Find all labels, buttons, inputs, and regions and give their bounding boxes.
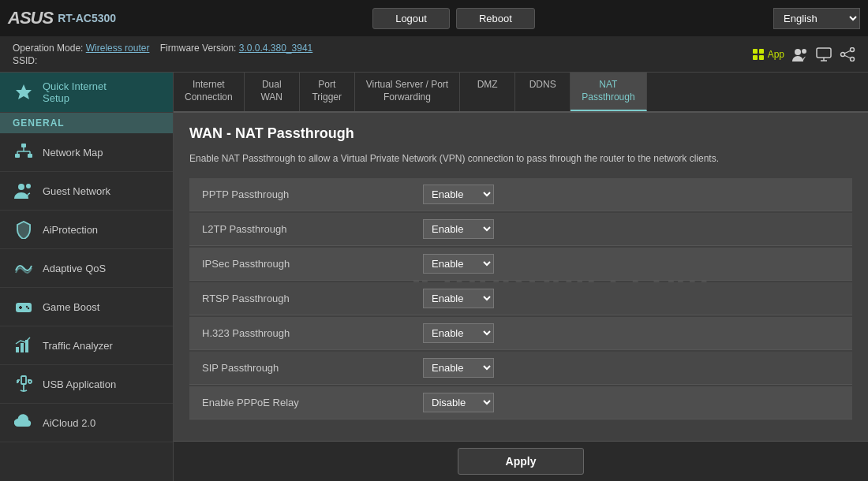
sidebar-label-network-map: Network Map: [43, 147, 103, 158]
sidebar-section-general: General: [0, 113, 173, 133]
sidebar-item-aiprotection[interactable]: AiProtection: [0, 211, 173, 249]
h323-label: H.323 Passthrough: [202, 327, 423, 339]
svg-point-9: [841, 52, 845, 56]
svg-point-11: [851, 57, 855, 61]
svg-rect-0: [753, 49, 758, 54]
sidebar-item-usb-application[interactable]: USB Application: [0, 365, 173, 404]
tab-virtual-server[interactable]: Virtual Server / PortForwarding: [355, 73, 460, 111]
ipsec-control: Enable Disable: [423, 254, 494, 274]
tab-port-trigger[interactable]: PortTrigger: [300, 73, 355, 111]
ipsec-select[interactable]: Enable Disable: [423, 254, 494, 274]
sip-control: Enable Disable: [423, 358, 494, 378]
monitor-icon: [816, 47, 832, 62]
rtsp-label: RTSP Passthrough: [202, 293, 423, 304]
svg-rect-6: [817, 48, 831, 58]
svg-line-13: [844, 55, 851, 58]
pptp-select[interactable]: Enable Disable: [423, 185, 494, 204]
rtsp-select[interactable]: Enable Disable: [423, 289, 494, 308]
sidebar-item-quick-internet-setup[interactable]: Quick InternetSetup: [0, 73, 173, 113]
l2tp-select[interactable]: Enable Disable: [423, 219, 494, 239]
tab-dual-wan[interactable]: DualWAN: [245, 73, 300, 111]
pppoe-relay-select[interactable]: Disable Enable: [423, 393, 494, 412]
sidebar-label-game-boost: Game Boost: [43, 301, 99, 313]
form-row-pppoe-relay: Enable PPPoE Relay Disable Enable: [189, 386, 852, 419]
svg-marker-14: [16, 84, 32, 99]
sidebar-label-aicloud: AiCloud 2.0: [43, 417, 95, 429]
form-rows: PPTP Passthrough Enable Disable L2TP Pas…: [189, 178, 852, 419]
network-map-icon: [13, 141, 35, 163]
svg-point-5: [802, 49, 806, 54]
sidebar-label-adaptive-qos: Adaptive QoS: [43, 263, 106, 274]
svg-point-28: [28, 308, 29, 309]
svg-rect-15: [21, 144, 26, 147]
ipsec-label: IPSec Passthrough: [202, 258, 423, 270]
form-row-ipsec: IPSec Passthrough Enable Disable: [189, 248, 852, 281]
info-bar-left: Operation Mode: Wireless router Firmware…: [13, 43, 312, 66]
operation-mode-link[interactable]: Wireless router: [86, 43, 150, 54]
pptp-control: Enable Disable: [423, 185, 494, 204]
ssid-info: SSID:: [13, 55, 312, 66]
tab-internet-connection[interactable]: InternetConnection: [174, 73, 245, 111]
svg-point-23: [26, 184, 31, 188]
sidebar-item-network-map[interactable]: Network Map: [0, 133, 173, 172]
main-layout: Quick InternetSetup General Network Map: [0, 73, 868, 481]
language-select[interactable]: English: [773, 8, 860, 29]
page-content: SetupRouter.com WAN - NAT Passthrough En…: [174, 113, 868, 441]
tab-nat-passthrough[interactable]: NATPassthrough: [571, 73, 646, 111]
share-icon: [840, 47, 855, 62]
l2tp-label: L2TP Passthrough: [202, 223, 423, 235]
svg-rect-30: [21, 343, 24, 352]
page-title: WAN - NAT Passthrough: [189, 125, 852, 142]
pppoe-relay-label: Enable PPPoE Relay: [202, 397, 423, 408]
info-bar-icons: App: [752, 47, 855, 62]
h323-control: Enable Disable: [423, 323, 494, 343]
header-buttons: Logout Reboot: [134, 8, 773, 29]
header-right: English: [773, 8, 860, 29]
app-icon: App: [752, 48, 784, 61]
svg-rect-29: [16, 347, 19, 352]
traffic-analyzer-icon: [13, 334, 35, 356]
reboot-button[interactable]: Reboot: [456, 8, 535, 29]
sidebar-item-aicloud[interactable]: AiCloud 2.0: [0, 404, 173, 442]
svg-rect-3: [759, 55, 764, 60]
logout-button[interactable]: Logout: [372, 8, 450, 29]
quick-setup-icon: [13, 81, 35, 103]
sidebar: Quick InternetSetup General Network Map: [0, 73, 174, 481]
logo: ASUS RT-AC5300: [8, 8, 134, 28]
sidebar-item-traffic-analyzer[interactable]: Traffic Analyzer: [0, 326, 173, 365]
sip-select[interactable]: Enable Disable: [423, 358, 494, 378]
asus-logo: ASUS: [8, 8, 53, 28]
firmware-link[interactable]: 3.0.0.4.380_3941: [239, 43, 312, 54]
pptp-label: PPTP Passthrough: [202, 188, 423, 200]
sidebar-item-game-boost[interactable]: Game Boost: [0, 288, 173, 326]
svg-rect-24: [16, 303, 32, 312]
pppoe-relay-control: Disable Enable: [423, 393, 494, 412]
form-row-rtsp: RTSP Passthrough Enable Disable: [189, 282, 852, 315]
svg-rect-1: [759, 49, 764, 54]
h323-select[interactable]: Enable Disable: [423, 323, 494, 343]
aiprotection-icon: [13, 218, 35, 240]
form-row-sip: SIP Passthrough Enable Disable: [189, 352, 852, 385]
svg-rect-16: [15, 154, 20, 158]
form-row-l2tp: L2TP Passthrough Enable Disable: [189, 213, 852, 246]
sidebar-label-guest-network: Guest Network: [43, 185, 110, 197]
tab-ddns[interactable]: DDNS: [515, 73, 571, 111]
svg-rect-32: [21, 376, 26, 384]
svg-point-10: [851, 47, 855, 51]
sidebar-item-guest-network[interactable]: Guest Network: [0, 172, 173, 211]
form-row-pptp: PPTP Passthrough Enable Disable: [189, 178, 852, 211]
info-bar: Operation Mode: Wireless router Firmware…: [0, 36, 868, 73]
content-area: InternetConnection DualWAN PortTrigger V…: [174, 73, 868, 481]
apply-bar: Apply: [174, 441, 868, 481]
usb-application-icon: [13, 373, 35, 395]
page-description: Enable NAT Passthrough to allow a Virtua…: [189, 151, 852, 166]
tab-dmz[interactable]: DMZ: [460, 73, 515, 111]
operation-mode-info: Operation Mode: Wireless router Firmware…: [13, 43, 312, 54]
rtsp-control: Enable Disable: [423, 289, 494, 308]
form-row-h323: H.323 Passthrough Enable Disable: [189, 317, 852, 350]
svg-point-22: [18, 184, 24, 190]
sip-label: SIP Passthrough: [202, 362, 423, 374]
sidebar-label-aiprotection: AiProtection: [43, 224, 98, 236]
apply-button[interactable]: Apply: [458, 448, 585, 475]
sidebar-item-adaptive-qos[interactable]: Adaptive QoS: [0, 249, 173, 288]
